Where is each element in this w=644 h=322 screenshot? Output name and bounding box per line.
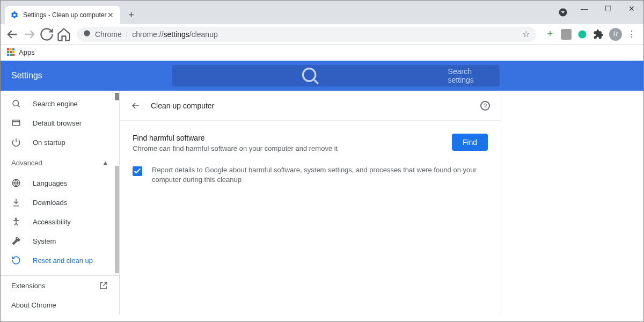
sidebar: Search engine Default browser On startup… [1,91,120,314]
svg-point-4 [13,100,19,106]
setting-title: Find harmful software [133,134,338,142]
report-checkbox[interactable] [133,166,142,176]
profile-indicator-icon[interactable] [558,7,568,18]
extension-icon[interactable] [577,29,588,40]
panel-title: Clean up computer [151,101,214,110]
scrollbar-arrow[interactable] [115,93,119,100]
url-text: chrome://settings/cleanup [132,30,218,39]
gear-icon [10,11,19,19]
browser-icon [11,118,21,128]
help-icon[interactable]: ? [480,101,490,111]
back-arrow-icon[interactable] [130,100,141,111]
settings-page: Settings Search settings Search engine D… [1,61,643,314]
forward-button[interactable] [22,27,37,42]
close-window-button[interactable]: ✕ [620,1,643,17]
download-icon [11,197,21,207]
settings-header: Settings Search settings [1,61,643,91]
search-settings-input[interactable]: Search settings [172,65,500,86]
svg-point-1 [84,30,90,36]
search-placeholder: Search settings [448,67,491,84]
window-controls: — ☐ ✕ [573,1,643,17]
extension-icons: + [545,29,604,40]
wrench-icon [11,236,21,246]
profile-avatar[interactable]: R [609,28,622,41]
chrome-menu-button[interactable]: ⋮ [624,27,639,42]
find-button[interactable]: Find [452,134,488,151]
power-icon [11,137,21,147]
bookmark-star-icon[interactable]: ☆ [522,29,530,39]
browser-tab[interactable]: Settings - Clean up computer ✕ [5,6,120,24]
sidebar-item-default-browser[interactable]: Default browser [1,113,119,133]
sidebar-item-accessibility[interactable]: Accessibility [1,212,119,231]
search-icon [11,99,21,108]
sidebar-item-extensions[interactable]: Extensions [1,276,119,295]
sidebar-item-about-chrome[interactable]: About Chrome [1,295,119,314]
panel-header: Clean up computer ? [120,91,501,121]
chevron-up-icon: ▲ [103,159,108,166]
svg-rect-5 [12,120,20,126]
report-checkbox-label: Report details to Google about harmful s… [152,165,488,185]
new-tab-button[interactable]: + [123,8,138,23]
svg-point-2 [579,30,587,38]
settings-title: Settings [11,71,42,80]
minimize-button[interactable]: — [573,1,596,17]
external-link-icon [99,281,108,290]
sidebar-item-downloads[interactable]: Downloads [1,193,119,212]
sidebar-item-languages[interactable]: Languages [1,173,119,193]
globe-icon [11,178,21,188]
report-checkbox-row: Report details to Google about harmful s… [133,165,488,185]
home-button[interactable] [56,27,71,42]
sidebar-section-advanced[interactable]: Advanced ▲ [1,152,119,173]
svg-point-3 [303,69,315,81]
setting-subtitle: Chrome can find harmful software on your… [133,144,338,152]
address-bar[interactable]: Chrome | chrome://settings/cleanup ☆ [77,27,536,42]
find-harmful-row: Find harmful software Chrome can find ha… [133,134,488,152]
site-info-icon[interactable] [83,30,91,39]
titlebar: Settings - Clean up computer ✕ + — ☐ ✕ [1,1,643,24]
maximize-button[interactable]: ☐ [596,1,620,17]
bookmarks-bar: Apps [1,45,643,61]
svg-point-7 [16,218,17,219]
apps-shortcut[interactable]: Apps [7,48,35,57]
browser-toolbar: Chrome | chrome://settings/cleanup ☆ + R… [1,24,643,45]
sidebar-item-reset-cleanup[interactable]: Reset and clean up [1,251,119,270]
scrollbar-thumb[interactable] [115,166,119,273]
sidebar-item-search-engine[interactable]: Search engine [1,94,119,113]
restore-icon [11,255,21,265]
close-icon[interactable]: ✕ [106,11,115,19]
extension-icon[interactable] [561,29,572,40]
right-gutter [501,91,643,314]
main-content: Clean up computer ? Find harmful softwar… [120,91,643,314]
url-scheme-label: Chrome [95,30,122,39]
reload-button[interactable] [39,27,54,42]
back-button[interactable] [5,27,20,42]
tab-title: Settings - Clean up computer [23,11,106,19]
accessibility-icon [11,217,21,226]
extensions-puzzle-icon[interactable] [593,29,604,40]
extension-icon[interactable]: + [545,29,555,40]
apps-grid-icon [7,48,16,57]
sidebar-item-on-startup[interactable]: On startup [1,133,119,152]
sidebar-item-system[interactable]: System [1,231,119,251]
